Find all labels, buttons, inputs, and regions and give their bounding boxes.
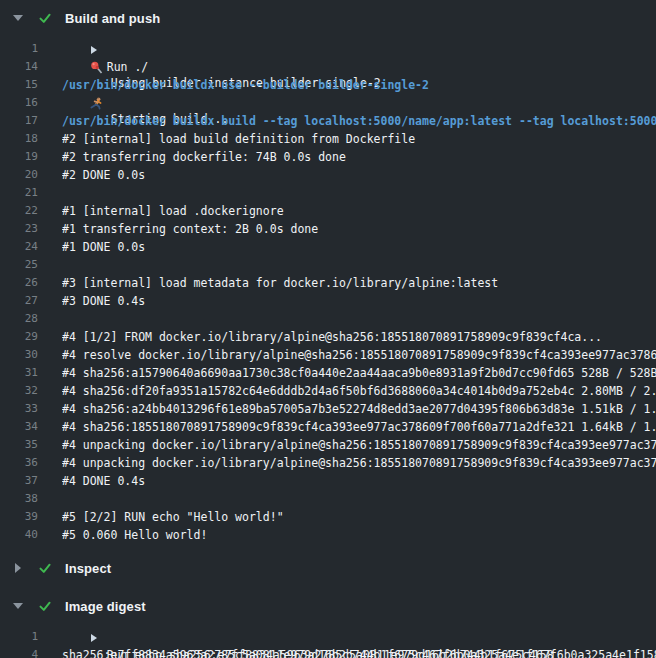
line-content: #5 [2/2] RUN echo "Hello world!" <box>62 508 656 526</box>
line-content: #4 resolve docker.io/library/alpine@sha2… <box>62 346 656 364</box>
line-number[interactable]: 26 <box>0 274 38 292</box>
line-content: #1 DONE 0.0s <box>62 238 656 256</box>
line-number[interactable]: 27 <box>0 292 38 310</box>
line-number[interactable]: 33 <box>0 400 38 418</box>
line-number[interactable]: 36 <box>0 454 38 472</box>
line-content: #4 unpacking docker.io/library/alpine@sh… <box>62 454 656 472</box>
line-content: #4 unpacking docker.io/library/alpine@sh… <box>62 436 656 454</box>
line-number[interactable]: 17 <box>0 112 38 130</box>
line-number[interactable]: 1 <box>0 628 38 646</box>
line-number[interactable]: 24 <box>0 238 38 256</box>
log-line[interactable]: 37 #4 DONE 0.4s <box>0 472 656 490</box>
line-content: /usr/bin/docker buildx build --tag local… <box>62 112 656 130</box>
line-content: #2 transferring dockerfile: 74B 0.0s don… <box>62 148 656 166</box>
line-number[interactable]: 39 <box>0 508 38 526</box>
log-line[interactable]: 17 /usr/bin/docker buildx build --tag lo… <box>0 112 656 130</box>
workflow-log-viewer: Build and push 1 Run ./ 14 Using builder… <box>0 0 656 658</box>
line-number[interactable]: 22 <box>0 202 38 220</box>
line-content: #2 DONE 0.0s <box>62 166 656 184</box>
line-content: #4 DONE 0.4s <box>62 472 656 490</box>
line-number[interactable]: 34 <box>0 418 38 436</box>
log-line[interactable]: 14 Using builder instance builder-single… <box>0 58 656 76</box>
log-line[interactable]: 32 #4 sha256:df20fa9351a15782c64e6dddb2d… <box>0 382 656 400</box>
log-line[interactable]: 26 #3 [internal] load metadata for docke… <box>0 274 656 292</box>
line-content: #4 [1/2] FROM docker.io/library/alpine@s… <box>62 328 656 346</box>
section-title: Inspect <box>65 561 111 576</box>
line-content: #4 sha256:a15790640a6690aa1730c38cf0a440… <box>62 364 656 382</box>
log-line[interactable]: 20 #2 DONE 0.0s <box>0 166 656 184</box>
line-content: #1 transferring context: 2B 0.0s done <box>62 220 656 238</box>
check-success-icon <box>38 599 52 613</box>
log-section: Image digest 1 Run echo sha256:e7ff8834a… <box>0 596 656 658</box>
line-content: sha256:e7ff8834a5963a2785c5a0811e979d16b… <box>62 646 656 658</box>
line-number[interactable]: 20 <box>0 166 38 184</box>
line-content: #1 [internal] load .dockerignore <box>62 202 656 220</box>
log-line[interactable]: 16 Starting build... <box>0 94 656 112</box>
line-number[interactable]: 37 <box>0 472 38 490</box>
log-line[interactable]: 19 #2 transferring dockerfile: 74B 0.0s … <box>0 148 656 166</box>
log-line[interactable]: 30 #4 resolve docker.io/library/alpine@s… <box>0 346 656 364</box>
line-number[interactable]: 18 <box>0 130 38 148</box>
line-number[interactable]: 38 <box>0 490 38 508</box>
line-content: #5 0.060 Hello world! <box>62 526 656 544</box>
line-content: #4 sha256:a24bb4013296f61e89ba57005a7b3e… <box>62 400 656 418</box>
line-number[interactable]: 1 <box>0 40 38 58</box>
log-line[interactable]: 18 #2 [internal] load build definition f… <box>0 130 656 148</box>
line-number[interactable]: 14 <box>0 58 38 76</box>
section-header[interactable]: Inspect <box>0 558 656 578</box>
log-line[interactable]: 28 <box>0 310 656 328</box>
line-content: #2 [internal] load build definition from… <box>62 130 656 148</box>
log-line[interactable]: 29 #4 [1/2] FROM docker.io/library/alpin… <box>0 328 656 346</box>
check-success-icon <box>38 561 52 575</box>
log-line[interactable]: 35 #4 unpacking docker.io/library/alpine… <box>0 436 656 454</box>
log-line[interactable]: 33 #4 sha256:a24bb4013296f61e89ba57005a7… <box>0 400 656 418</box>
line-number[interactable]: 21 <box>0 184 38 202</box>
line-content: #4 sha256:185518070891758909c9f839cf4ca3… <box>62 418 656 436</box>
log-line[interactable]: 4 sha256:e7ff8834a5963a2785c5a0811e979d1… <box>0 646 656 658</box>
log-line[interactable]: 39 #5 [2/2] RUN echo "Hello world!" <box>0 508 656 526</box>
log-line[interactable]: 24 #1 DONE 0.0s <box>0 238 656 256</box>
log-line[interactable]: 27 #3 DONE 0.4s <box>0 292 656 310</box>
line-number[interactable]: 40 <box>0 526 38 544</box>
line-number[interactable]: 32 <box>0 382 38 400</box>
line-number[interactable]: 23 <box>0 220 38 238</box>
line-content: #3 DONE 0.4s <box>62 292 656 310</box>
log-line[interactable]: 1 Run echo sha256:e7ff8834a5963a2785c5a0… <box>0 628 656 646</box>
chevron-down-icon[interactable] <box>12 601 23 612</box>
line-content: #4 sha256:df20fa9351a15782c64e6dddb2d4a6… <box>62 382 656 400</box>
line-number[interactable]: 4 <box>0 646 38 658</box>
section-log-lines: 1 Run echo sha256:e7ff8834a5963a2785c5a0… <box>0 628 656 658</box>
log-line[interactable]: 31 #4 sha256:a15790640a6690aa1730c38cf0a… <box>0 364 656 382</box>
chevron-down-icon[interactable] <box>12 13 23 24</box>
line-number[interactable]: 30 <box>0 346 38 364</box>
log-line[interactable]: 22 #1 [internal] load .dockerignore <box>0 202 656 220</box>
line-number[interactable]: 25 <box>0 256 38 274</box>
section-log-lines: 1 Run ./ 14 Using builder instance build… <box>0 40 656 544</box>
line-number[interactable]: 19 <box>0 148 38 166</box>
log-line[interactable]: 25 <box>0 256 656 274</box>
log-section: Inspect <box>0 558 656 578</box>
chevron-right-icon[interactable] <box>12 563 23 574</box>
line-number[interactable]: 31 <box>0 364 38 382</box>
line-number[interactable]: 28 <box>0 310 38 328</box>
line-number[interactable]: 35 <box>0 436 38 454</box>
log-line[interactable]: 23 #1 transferring context: 2B 0.0s done <box>0 220 656 238</box>
line-content: #3 [internal] load metadata for docker.i… <box>62 274 656 292</box>
log-line[interactable]: 40 #5 0.060 Hello world! <box>0 526 656 544</box>
line-number[interactable]: 29 <box>0 328 38 346</box>
line-number[interactable]: 16 <box>0 94 38 112</box>
log-line[interactable]: 36 #4 unpacking docker.io/library/alpine… <box>0 454 656 472</box>
log-section: Build and push 1 Run ./ 14 Using builder… <box>0 8 656 544</box>
check-success-icon <box>38 11 52 25</box>
line-number[interactable]: 15 <box>0 76 38 94</box>
log-line[interactable]: 38 <box>0 490 656 508</box>
log-line[interactable]: 21 <box>0 184 656 202</box>
log-line[interactable]: 34 #4 sha256:185518070891758909c9f839cf4… <box>0 418 656 436</box>
